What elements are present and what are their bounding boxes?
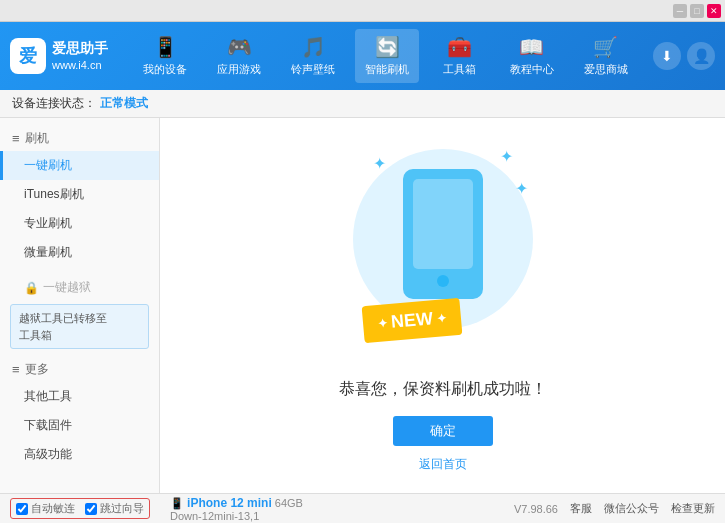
customer-service-link[interactable]: 客服 [570,501,592,516]
sidebar: ≡ 刷机 一键刷机 iTunes刷机 专业刷机 微量刷机 🔒 一键越狱 越狱工具… [0,118,160,493]
sidebar-item-pro-flash[interactable]: 专业刷机 [0,209,159,238]
sidebar-item-download-firmware[interactable]: 下载固件 [0,411,159,440]
footer-right: V7.98.66 客服 微信公众号 检查更新 [514,501,715,516]
sidebar-item-one-key-flash[interactable]: 一键刷机 [0,151,159,180]
logo[interactable]: 爱 爱思助手 www.i4.cn [10,38,108,74]
sidebar-item-micro-flash[interactable]: 微量刷机 [0,238,159,267]
sidebar-section-jailbreak: 🔒 一键越狱 越狱工具已转移至工具箱 [0,275,159,349]
apps-games-icon: 🎮 [227,35,252,59]
sidebar-section-flash: ≡ 刷机 一键刷机 iTunes刷机 专业刷机 微量刷机 [0,126,159,267]
new-badge: ✦ NEW ✦ [361,297,462,342]
auto-connect-input[interactable] [16,503,28,515]
device-storage: 64GB [275,497,303,509]
ringtone-icon: 🎵 [301,35,326,59]
toolbox-icon: 🧰 [447,35,472,59]
sparkle-3: ✦ [515,179,528,198]
sidebar-item-advanced[interactable]: 高级功能 [0,440,159,469]
nav-right-buttons: ⬇ 👤 [653,42,715,70]
badge-text: NEW [390,308,434,333]
sidebar-item-itunes-flash[interactable]: iTunes刷机 [0,180,159,209]
skip-wizard-checkbox[interactable]: 跳过向导 [85,501,144,516]
my-device-icon: 📱 [153,35,178,59]
nav-item-apps-games[interactable]: 🎮 应用游戏 [207,29,271,83]
device-model: Down-12mini-13,1 [170,510,259,522]
phone-illustration: ✦ ✦ ✦ ✦ NEW ✦ [343,139,543,359]
jailbreak-note: 越狱工具已转移至工具箱 [10,304,149,349]
nav-item-tutorial[interactable]: 📖 教程中心 [500,29,564,83]
phone-shape [403,169,483,299]
badge-star-right: ✦ [436,310,447,325]
confirm-button[interactable]: 确定 [393,416,493,446]
logo-icon: 爱 [10,38,46,74]
nav-item-smart-flash[interactable]: 🔄 智能刷机 [355,29,419,83]
sidebar-section-more: ≡ 更多 其他工具 下载固件 高级功能 [0,357,159,469]
logo-text: 爱思助手 www.i4.cn [52,39,108,74]
download-button[interactable]: ⬇ [653,42,681,70]
tutorial-icon: 📖 [519,35,544,59]
more-section-icon: ≡ [12,362,20,377]
main-area: ≡ 刷机 一键刷机 iTunes刷机 专业刷机 微量刷机 🔒 一键越狱 越狱工具… [0,118,725,493]
maximize-button[interactable]: □ [690,4,704,18]
title-bar: ─ □ ✕ [0,0,725,22]
close-button[interactable]: ✕ [707,4,721,18]
footer: 自动敏连 跳过向导 📱 iPhone 12 mini 64GB Down-12m… [0,493,725,523]
device-name: iPhone 12 mini [187,496,272,510]
smart-flash-icon: 🔄 [375,35,400,59]
content-area: ✦ ✦ ✦ ✦ NEW ✦ 恭喜您，保资料刷机成功啦！ 确定 返回首页 [160,118,725,493]
return-link[interactable]: 返回首页 [419,456,467,473]
badge-star-left: ✦ [376,315,387,330]
nav-item-toolbox[interactable]: 🧰 工具箱 [430,29,490,83]
wechat-link[interactable]: 微信公众号 [604,501,659,516]
nav-bar: 📱 我的设备 🎮 应用游戏 🎵 铃声壁纸 🔄 智能刷机 🧰 工具箱 📖 教程中心… [128,29,643,83]
nav-item-ringtone[interactable]: 🎵 铃声壁纸 [281,29,345,83]
sidebar-section-flash-title: ≡ 刷机 [0,126,159,151]
check-update-link[interactable]: 检查更新 [671,501,715,516]
version-label: V7.98.66 [514,503,558,515]
user-button[interactable]: 👤 [687,42,715,70]
header: 爱 爱思助手 www.i4.cn 📱 我的设备 🎮 应用游戏 🎵 铃声壁纸 🔄 … [0,22,725,90]
auto-connect-checkbox[interactable]: 自动敏连 [16,501,75,516]
status-bar: 设备连接状态： 正常模式 [0,90,725,118]
sparkle-1: ✦ [373,154,386,173]
phone-screen [413,179,473,269]
flash-section-icon: ≡ [12,131,20,146]
minimize-button[interactable]: ─ [673,4,687,18]
sidebar-section-more-title: ≡ 更多 [0,357,159,382]
sparkle-2: ✦ [500,147,513,166]
device-icon: 📱 [170,497,184,509]
skip-wizard-input[interactable] [85,503,97,515]
sidebar-jailbreak-title: 🔒 一键越狱 [0,275,159,300]
phone-home-button [437,275,449,287]
shop-icon: 🛒 [593,35,618,59]
device-info: 📱 iPhone 12 mini 64GB Down-12mini-13,1 [170,496,303,522]
nav-item-my-device[interactable]: 📱 我的设备 [133,29,197,83]
lock-icon: 🔒 [24,281,39,295]
sidebar-item-other-tools[interactable]: 其他工具 [0,382,159,411]
footer-left: 自动敏连 跳过向导 📱 iPhone 12 mini 64GB Down-12m… [10,496,514,522]
checkbox-area: 自动敏连 跳过向导 [10,498,150,519]
nav-item-shop[interactable]: 🛒 爱思商城 [574,29,638,83]
success-message: 恭喜您，保资料刷机成功啦！ [339,379,547,400]
